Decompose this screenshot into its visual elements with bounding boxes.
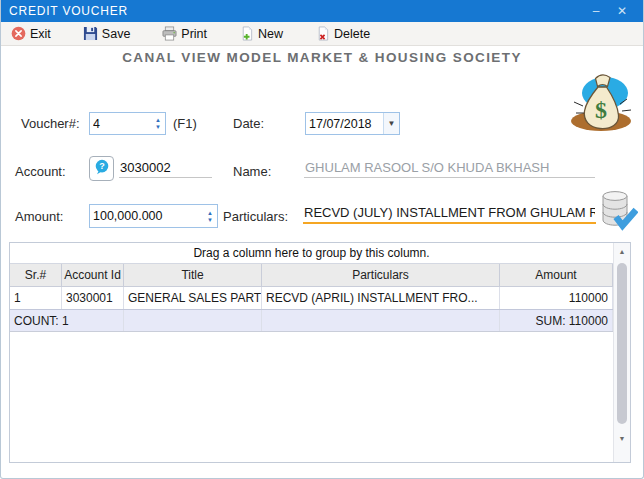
cell-title: GENERAL SALES PARTIES: [124, 287, 262, 309]
voucher-number-stepper: ▲ ▼: [89, 112, 166, 135]
money-bag-icon: $: [567, 70, 637, 140]
amount-stepper: ▲ ▼: [89, 204, 218, 228]
particulars-field[interactable]: [303, 203, 596, 224]
print-icon: [162, 26, 177, 41]
spin-up-icon[interactable]: ▲: [155, 117, 161, 123]
amount-spinner: ▲ ▼: [203, 205, 217, 227]
help-bubble-icon: ?: [93, 158, 111, 179]
table-row[interactable]: 1 3030001 GENERAL SALES PARTIES RECVD (A…: [10, 287, 613, 310]
save-label: Save: [102, 27, 131, 41]
cell-particulars: RECVD (APRIL) INSTALLMENT FRO...: [262, 287, 500, 309]
footer-spacer: [262, 310, 500, 331]
column-header-particulars[interactable]: Particulars: [262, 264, 500, 286]
exit-icon: [11, 26, 26, 41]
save-button[interactable]: Save: [79, 25, 135, 42]
close-icon[interactable]: ✕: [609, 0, 635, 22]
spin-down-icon[interactable]: ▼: [207, 217, 213, 223]
cell-sr: 1: [10, 287, 62, 309]
page-title: CANAL VIEW MODEL MARKET & HOUSING SOCIET…: [1, 50, 643, 65]
delete-label: Delete: [334, 27, 370, 41]
column-header-sr[interactable]: Sr.#: [10, 264, 62, 286]
window-title: CREDIT VOUCHER: [9, 4, 583, 18]
date-label: Date:: [233, 116, 264, 131]
account-label: Account:: [15, 164, 66, 179]
column-header-title[interactable]: Title: [124, 264, 262, 286]
footer-sum: SUM: 110000: [500, 310, 613, 331]
account-name-field[interactable]: [304, 158, 595, 178]
grid-scrollbar[interactable]: ▲ ▼: [613, 243, 630, 462]
exit-button[interactable]: Exit: [7, 25, 55, 42]
voucher-grid: Drag a column here to group by this colu…: [9, 242, 631, 463]
account-lookup-button[interactable]: ?: [89, 156, 114, 181]
name-label: Name:: [233, 164, 271, 179]
grid-footer-row: COUNT: 1 SUM: 110000: [10, 310, 613, 332]
credit-voucher-window: CREDIT VOUCHER – ✕ Exit Save Print New D…: [0, 0, 644, 479]
voucher-number-input[interactable]: [90, 113, 151, 134]
amount-label: Amount:: [15, 209, 63, 224]
particulars-label: Particulars:: [223, 209, 288, 224]
delete-icon: [315, 26, 330, 41]
footer-spacer: [124, 310, 262, 331]
date-input[interactable]: [306, 113, 383, 134]
date-dropdown-icon[interactable]: ▼: [383, 113, 399, 134]
grid-header-row: Sr.# Account Id Title Particulars Amount: [10, 264, 613, 287]
new-button[interactable]: New: [235, 25, 287, 42]
voucher-f1-hint: (F1): [173, 116, 197, 131]
cell-amount: 110000: [500, 287, 613, 309]
delete-button[interactable]: Delete: [311, 25, 374, 42]
toolbar: Exit Save Print New Delete: [1, 22, 643, 46]
svg-text:?: ?: [99, 161, 105, 171]
new-icon: [239, 26, 254, 41]
database-check-icon: [600, 189, 638, 231]
titlebar: CREDIT VOUCHER – ✕: [1, 0, 643, 22]
exit-label: Exit: [30, 27, 51, 41]
voucher-label: Voucher#:: [21, 116, 80, 131]
svg-text:$: $: [595, 97, 607, 123]
date-picker: ▼: [305, 112, 400, 135]
print-label: Print: [181, 27, 207, 41]
new-label: New: [258, 27, 283, 41]
scroll-down-icon[interactable]: ▼: [614, 430, 630, 446]
spin-down-icon[interactable]: ▼: [155, 124, 161, 130]
footer-count: COUNT: 1: [10, 310, 124, 331]
voucher-spinner: ▲ ▼: [151, 113, 165, 134]
print-button[interactable]: Print: [158, 25, 211, 42]
save-icon: [83, 26, 98, 41]
cell-account-id: 3030001: [62, 287, 124, 309]
column-header-account-id[interactable]: Account Id: [62, 264, 124, 286]
grid-content: Drag a column here to group by this colu…: [10, 243, 613, 462]
amount-input[interactable]: [90, 205, 203, 227]
minimize-icon[interactable]: –: [583, 0, 609, 22]
account-id-field[interactable]: [119, 158, 212, 178]
scroll-up-icon[interactable]: ▲: [614, 243, 630, 259]
group-by-bar[interactable]: Drag a column here to group by this colu…: [10, 243, 613, 264]
column-header-amount[interactable]: Amount: [500, 264, 613, 286]
spin-up-icon[interactable]: ▲: [207, 210, 213, 216]
scrollbar-thumb[interactable]: [617, 263, 627, 424]
